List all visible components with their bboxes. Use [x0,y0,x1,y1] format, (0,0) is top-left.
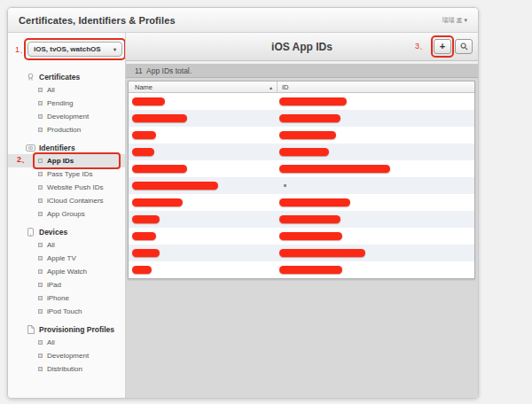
device-icon [26,228,35,237]
cell-id [278,266,474,274]
sidebar-section-label: Certificates [39,73,80,82]
redaction-bar-name [132,215,160,223]
redaction-bar-id [279,97,347,105]
sidebar-item-label: All [47,241,55,249]
sidebar-item-label: iPod Touch [47,307,82,315]
sidebar-item-label: Pass Type IDs [47,170,92,178]
tiny-redaction-mark [284,184,286,187]
sidebar-item-apple-tv[interactable]: Apple TV [8,252,125,265]
redaction-bar-name [132,232,156,240]
bullet-icon [38,269,43,274]
chevron-down-icon: ▾ [113,46,116,52]
sidebar-item-apple-watch[interactable]: Apple Watch [8,265,125,278]
sidebar-item-icloud-containers[interactable]: iCloud Containers [8,194,125,207]
sidebar-item-label: All [47,338,55,346]
column-header-name[interactable]: Name ▴ [129,82,278,92]
sidebar-section-label: Identifiers [39,144,75,152]
table-row[interactable] [129,110,474,127]
cell-id [278,232,474,240]
sidebar-item-label: Development [47,352,89,360]
cell-name [129,232,278,240]
toolbar: 3、 + [415,33,473,60]
main-pane-title: iOS App IDs [271,41,332,53]
redaction-bar-name [132,148,154,156]
redaction-bar-id [279,165,390,173]
table-row[interactable] [129,211,474,228]
sidebar-item-label: Website Push IDs [47,183,103,191]
sidebar-item-distribution[interactable]: Distribution [8,362,125,376]
sidebar-item-all[interactable]: All [8,83,125,97]
sidebar-item-app-groups[interactable]: App Groups [8,207,125,221]
bullet-icon [38,185,43,190]
table-row[interactable] [129,194,474,211]
sidebar-item-development[interactable]: Development [8,349,125,362]
cell-id [278,184,474,187]
bullet-icon [38,159,43,163]
bullet-icon [38,256,43,260]
cell-name [129,165,278,173]
svg-text:ID: ID [28,145,33,150]
cell-name [129,97,278,105]
sidebar-item-ipod-touch[interactable]: iPod Touch [8,305,125,318]
cell-name [129,198,278,206]
cell-name [129,249,278,257]
sidebar-section-certificates: CertificatesAllPendingDevelopmentProduct… [8,70,125,136]
sidebar-item-website-push-ids[interactable]: Website Push IDs [8,181,125,194]
table-row[interactable] [129,177,474,194]
search-icon [459,43,469,50]
document-icon [26,325,35,334]
table-row[interactable] [129,245,474,261]
sidebar-item-label: iPhone [47,294,69,302]
sidebar-item-pending[interactable]: Pending [8,97,125,110]
column-header-id[interactable]: ID [278,82,474,92]
annotation-3-label: 3、 [415,43,427,50]
page-title: Certificates, Identifiers & Profiles [19,15,176,26]
redaction-bar-id [279,232,342,240]
main-pane: iOS App IDs 3、 + [126,33,478,398]
sidebar-item-ipad[interactable]: iPad [8,278,125,291]
app-ids-table: Name ▴ ID [128,81,475,279]
platform-dropdown-value: iOS, tvOS, watchOS [34,45,101,53]
sidebar: 1、 iOS, tvOS, watchOS ▾ CertificatesAllP… [8,33,126,398]
add-app-id-button[interactable]: + [434,39,451,54]
cell-id [278,165,474,173]
sidebar-item-production[interactable]: Production [8,123,125,136]
redaction-bar-name [132,114,187,122]
cell-name [129,266,278,274]
bullet-icon [38,283,43,287]
sidebar-item-label: App IDs [47,157,74,165]
table-row[interactable] [129,93,474,110]
sidebar-section-label: Devices [39,228,67,237]
cell-id [278,198,474,206]
sidebar-section-identifiers: IDIdentifiersApp IDs2、Pass Type IDsWebsi… [8,141,125,221]
bullet-icon [38,88,43,92]
sidebar-item-label: Production [47,126,81,134]
annotation-2-label: 2、 [17,156,29,164]
table-row[interactable] [129,127,474,144]
bullet-icon [38,172,43,176]
sidebar-item-all[interactable]: All [8,238,125,252]
table-row[interactable] [129,160,474,177]
user-account-menu[interactable]: 瑞瑞 孟 ▾ [442,16,467,25]
table-row[interactable] [129,228,474,245]
plus-icon: + [440,42,445,51]
sidebar-item-development[interactable]: Development [8,110,125,123]
certificate-icon [26,73,35,82]
sidebar-item-label: iCloud Containers [47,197,104,205]
sidebar-item-iphone[interactable]: iPhone [8,291,125,305]
sidebar-item-pass-type-ids[interactable]: Pass Type IDs [8,167,125,181]
search-button[interactable] [455,39,473,54]
table-row[interactable] [129,261,474,278]
main-header: iOS App IDs 3、 + [126,33,478,61]
sidebar-item-all[interactable]: All [8,336,125,349]
sidebar-section-provisioning-profiles: Provisioning ProfilesAllDevelopmentDistr… [8,322,125,376]
redaction-bar-id [279,215,340,223]
bullet-icon [38,340,43,345]
table-row[interactable] [129,144,474,160]
page-background: Certificates, Identifiers & Profiles 瑞瑞 … [0,0,532,404]
window-body: 1、 iOS, tvOS, watchOS ▾ CertificatesAllP… [8,33,478,398]
portal-window: Certificates, Identifiers & Profiles 瑞瑞 … [7,7,479,399]
sidebar-item-app-ids[interactable]: App IDs2、 [8,154,125,167]
cell-id [278,148,474,156]
platform-dropdown[interactable]: iOS, tvOS, watchOS ▾ [27,42,122,57]
